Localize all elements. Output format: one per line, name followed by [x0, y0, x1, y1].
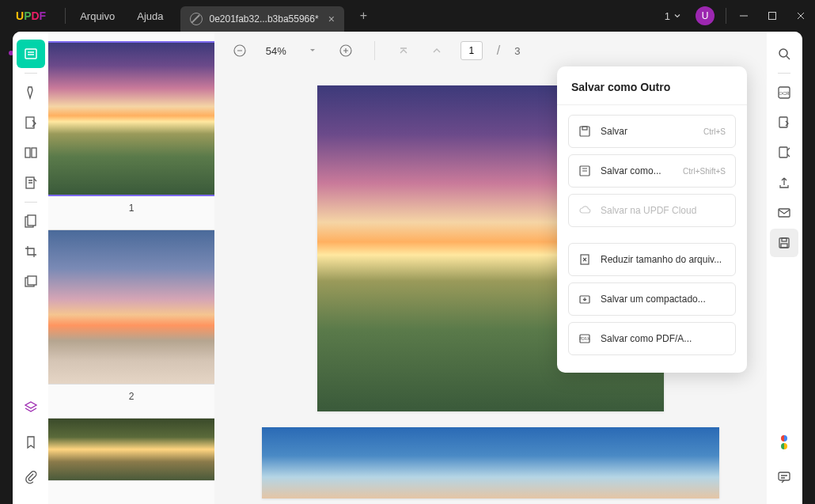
- svg-rect-7: [28, 215, 36, 225]
- layers-icon[interactable]: [17, 393, 45, 422]
- first-page-button[interactable]: [394, 41, 413, 60]
- close-button[interactable]: [787, 0, 815, 32]
- convert-button[interactable]: [770, 108, 798, 137]
- save-dropdown: Salvar como Outro Salvar Ctrl+S Salvar c…: [557, 66, 747, 373]
- dropdown-title: Salvar como Outro: [568, 81, 736, 93]
- thumbnail-image: [48, 41, 214, 196]
- zoom-dropdown[interactable]: [303, 41, 322, 60]
- zoom-in-button[interactable]: [336, 41, 355, 60]
- svg-rect-1: [25, 49, 36, 59]
- zoom-out-button[interactable]: [230, 41, 249, 60]
- flatten-button[interactable]: Salvar um compactado...: [568, 282, 736, 316]
- svg-rect-4: [32, 148, 36, 157]
- separator: [726, 8, 726, 24]
- new-tab-button[interactable]: +: [354, 9, 373, 23]
- comment-tool[interactable]: [17, 78, 45, 107]
- svg-rect-17: [779, 209, 790, 217]
- save-cloud-button: Salvar na UPDF Cloud: [568, 194, 736, 227]
- crop-tool[interactable]: [17, 237, 45, 266]
- redact-tool[interactable]: [17, 267, 45, 296]
- save-as-button[interactable]: Salvar como... Ctrl+Shift+S: [568, 154, 736, 188]
- save-as-icon: [578, 165, 593, 177]
- page-separator: /: [497, 44, 500, 58]
- menu-file[interactable]: Arquivo: [69, 0, 126, 32]
- svg-rect-23: [582, 127, 587, 130]
- protect-tool[interactable]: [17, 207, 45, 236]
- svg-rect-16: [779, 147, 787, 157]
- page-total: 3: [514, 45, 520, 57]
- svg-text:PDF/A: PDF/A: [579, 337, 589, 341]
- avatar[interactable]: U: [696, 6, 715, 25]
- separator: [374, 41, 375, 60]
- menu-help[interactable]: Ajuda: [126, 0, 174, 32]
- shortcut: Ctrl+S: [703, 127, 726, 136]
- share-button[interactable]: [770, 169, 798, 197]
- right-toolbar: OCR: [767, 32, 802, 504]
- close-icon[interactable]: ×: [325, 13, 338, 25]
- separator: [778, 73, 790, 74]
- cloud-icon: [578, 204, 593, 217]
- separator: [25, 202, 37, 203]
- svg-rect-20: [781, 244, 787, 248]
- thumbnail[interactable]: [48, 418, 214, 481]
- form-tool[interactable]: [17, 169, 45, 197]
- reader-tool[interactable]: [17, 40, 45, 68]
- svg-rect-0: [769, 13, 776, 20]
- chevron-down-icon: [673, 12, 681, 20]
- reduce-size-button[interactable]: Reduzir tamanho do arquiv...: [568, 243, 736, 276]
- left-toolbar: [13, 32, 48, 504]
- email-button[interactable]: [770, 199, 798, 227]
- svg-text:OCR: OCR: [779, 91, 790, 96]
- page-input[interactable]: [461, 41, 483, 60]
- app-logo: UPDF: [16, 9, 46, 22]
- bookmark-icon[interactable]: [17, 428, 45, 457]
- tab-count[interactable]: 1: [665, 10, 681, 22]
- zoom-value: 54%: [263, 45, 289, 57]
- thumbnail-image: [48, 418, 214, 481]
- svg-rect-22: [580, 127, 589, 136]
- page-canvas: [262, 427, 719, 498]
- document-icon: [190, 13, 203, 25]
- ai-button[interactable]: [770, 428, 798, 457]
- separator: [25, 73, 37, 74]
- minimize-button[interactable]: [730, 0, 758, 32]
- compress-button[interactable]: [770, 138, 798, 167]
- thumbnail-panel: 1 2: [48, 32, 214, 504]
- ocr-button[interactable]: OCR: [770, 78, 798, 107]
- maximize-button[interactable]: [758, 0, 787, 32]
- document-toolbar: 54% / 3: [214, 32, 767, 70]
- chat-button[interactable]: [770, 463, 798, 491]
- document-tab[interactable]: 0e201fab32...b3ba55966* ×: [180, 6, 343, 32]
- svg-rect-9: [28, 276, 36, 285]
- organize-tool[interactable]: [17, 138, 45, 167]
- svg-point-12: [779, 49, 787, 57]
- page-number: 1: [129, 203, 135, 214]
- save-icon: [578, 125, 593, 138]
- shortcut: Ctrl+Shift+S: [683, 167, 726, 176]
- save-pdfa-button[interactable]: PDF/A Salvar como PDF/A...: [568, 322, 736, 355]
- svg-rect-21: [779, 472, 790, 480]
- workspace: 1 2 54% / 3: [13, 32, 802, 504]
- save-menu-button[interactable]: [770, 229, 798, 257]
- svg-rect-3: [25, 148, 30, 157]
- pdfa-icon: PDF/A: [578, 332, 593, 345]
- thumbnail[interactable]: 1: [48, 41, 214, 214]
- svg-rect-19: [782, 238, 787, 241]
- tab-label: 0e201fab32...b3ba55966*: [209, 13, 318, 25]
- page-number: 2: [129, 391, 135, 402]
- search-button[interactable]: [770, 40, 798, 68]
- save-button[interactable]: Salvar Ctrl+S: [568, 115, 736, 148]
- titlebar: UPDF Arquivo Ajuda 0e201fab32...b3ba5596…: [0, 0, 815, 32]
- flatten-icon: [578, 293, 593, 305]
- attachment-icon[interactable]: [17, 463, 45, 491]
- thumbnail[interactable]: 2: [48, 229, 214, 402]
- edit-tool[interactable]: [17, 108, 45, 137]
- separator: [557, 104, 747, 105]
- compress-icon: [578, 253, 593, 266]
- prev-page-button[interactable]: [427, 41, 446, 60]
- thumbnail-image: [48, 229, 214, 385]
- separator: [65, 8, 66, 24]
